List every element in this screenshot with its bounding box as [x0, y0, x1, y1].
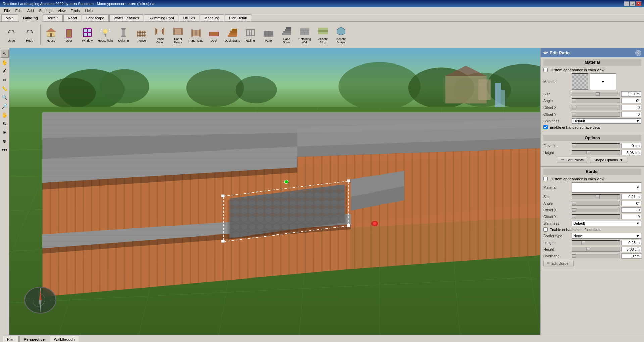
left-tool-pan[interactable]: 🖐	[1, 111, 9, 119]
border-angle-thumb[interactable]	[572, 202, 576, 205]
tab-terrain[interactable]: Terrain	[43, 14, 63, 21]
left-tool-move[interactable]: ✋	[1, 58, 9, 67]
tab-water-features[interactable]: Water Features	[109, 14, 143, 21]
left-tool-more[interactable]: •••	[1, 146, 9, 154]
material-preview[interactable]	[572, 73, 588, 90]
bottom-tab-perspective[interactable]: Perspective	[19, 336, 49, 342]
angle-value: 0°	[621, 98, 641, 103]
enhanced-surface-checkbox[interactable]	[543, 125, 548, 129]
tool-btn-redo[interactable]: Redo	[21, 23, 38, 46]
menu-item-tools[interactable]: Tools	[68, 8, 83, 13]
border-length-thumb[interactable]	[581, 241, 585, 244]
border-overhang-thumb[interactable]	[572, 254, 576, 258]
tool-btn-house[interactable]: House	[42, 23, 60, 46]
offset-y-thumb[interactable]	[572, 113, 576, 116]
menu-item-file[interactable]: File	[1, 8, 13, 13]
tool-btn-railing[interactable]: Railing	[242, 23, 259, 46]
border-material-dropdown[interactable]: ▼	[572, 182, 641, 193]
border-height-slider[interactable]	[572, 247, 620, 252]
shininess-dropdown[interactable]: Default ▼	[572, 118, 641, 124]
left-tool-grid[interactable]: ⊞	[1, 128, 9, 136]
menu-item-edit[interactable]: Edit	[13, 8, 24, 13]
tool-btn-panel-gate[interactable]: Panel Gate	[187, 23, 205, 46]
minimize-button[interactable]: ─	[624, 1, 629, 6]
tab-building[interactable]: Building	[19, 15, 42, 22]
left-tool-measure[interactable]: 📏	[1, 85, 9, 93]
material-dropdown[interactable]: ▼	[590, 73, 616, 90]
tool-btn-patio[interactable]: Patio	[260, 23, 277, 46]
border-height-thumb[interactable]	[586, 248, 590, 251]
maximize-button[interactable]: □	[630, 1, 635, 6]
size-slider-thumb[interactable]	[596, 92, 600, 96]
panel-help-button[interactable]: ?	[635, 50, 641, 56]
tool-btn-column[interactable]: Column	[115, 23, 132, 46]
border-offset-x-slider[interactable]	[572, 208, 620, 212]
height-slider[interactable]	[572, 150, 620, 155]
menu-item-add[interactable]: Add	[24, 8, 37, 13]
elevation-thumb[interactable]	[572, 144, 576, 147]
border-custom-checkbox[interactable]	[543, 177, 548, 181]
menu-item-settings[interactable]: Settings	[36, 8, 55, 13]
bottom-tab-walkthrough[interactable]: Walkthrough	[50, 336, 79, 342]
angle-slider-thumb[interactable]	[572, 99, 576, 102]
left-tool-path[interactable]: ✏	[1, 76, 9, 84]
height-thumb[interactable]	[586, 151, 590, 154]
offset-x-slider[interactable]	[572, 105, 620, 110]
tool-btn-accent-shape[interactable]: Accent Shape	[332, 23, 350, 46]
tool-btn-undo[interactable]: Undo	[3, 23, 20, 46]
border-offset-y-slider[interactable]	[572, 214, 620, 219]
left-tool-select[interactable]: ↖	[1, 50, 9, 58]
border-overhang-slider[interactable]	[572, 254, 620, 258]
tool-btn-house-light[interactable]: House light	[97, 23, 114, 46]
tab-road[interactable]: Road	[63, 14, 81, 21]
border-type-dropdown[interactable]: None ▼	[572, 233, 641, 239]
tool-btn-window[interactable]: Window	[79, 23, 96, 46]
tab-main[interactable]: Main	[1, 14, 18, 21]
left-tool-paint[interactable]: 🖊	[1, 67, 9, 75]
edit-points-button[interactable]: ✏ Edit Points	[558, 157, 587, 163]
menu-item-help[interactable]: Help	[82, 8, 95, 13]
elevation-slider[interactable]	[572, 143, 620, 148]
border-enhanced-checkbox[interactable]	[543, 227, 548, 232]
left-tool-rotate[interactable]: ↻	[1, 120, 9, 128]
menu-item-view[interactable]: View	[55, 8, 68, 13]
border-size-thumb[interactable]	[596, 195, 600, 198]
shininess-chevron: ▼	[636, 119, 640, 123]
tab-swimming-pool[interactable]: Swimming Pool	[144, 14, 178, 21]
viewport[interactable]	[9, 48, 540, 335]
offset-x-thumb[interactable]	[572, 106, 576, 109]
tool-btn-deck-stairs[interactable]: Deck Stairs	[224, 23, 241, 46]
left-tool-zoom-out[interactable]: 🔎	[1, 102, 9, 110]
left-tool-orbit[interactable]: ⊕	[1, 137, 9, 145]
angle-slider[interactable]	[572, 98, 620, 103]
tab-plan-detail[interactable]: Plan Detail	[225, 14, 251, 21]
tab-landscape[interactable]: Landscape	[82, 14, 109, 21]
bottom-tab-plan[interactable]: Plan	[3, 336, 19, 342]
tool-btn-retaining-wall[interactable]: Retaining Wall	[296, 23, 313, 46]
tool-btn-panel-fence[interactable]: Panel Fence	[169, 23, 187, 46]
left-tool-zoom-in[interactable]: 🔍	[1, 93, 9, 101]
border-length-slider[interactable]	[572, 240, 620, 245]
border-offset-y-thumb[interactable]	[572, 215, 576, 218]
tool-btn-deck[interactable]: Deck	[205, 23, 223, 46]
border-offset-x-thumb[interactable]	[572, 208, 576, 212]
shape-options-button[interactable]: Shape Options ▼	[590, 157, 627, 163]
tool-btn-fence-gate[interactable]: Fence Gate	[151, 23, 168, 46]
edit-border-button[interactable]: ✏ Edit Border	[543, 260, 574, 266]
tab-modeling[interactable]: Modeling	[200, 14, 224, 21]
tool-btn-fence[interactable]: Fence	[133, 23, 150, 46]
custom-appearance-checkbox[interactable]	[543, 68, 548, 72]
border-shininess-dropdown[interactable]: Default ▼	[572, 221, 641, 226]
tool-btn-accent-strip[interactable]: Accent Strip	[314, 23, 332, 46]
border-angle-slider[interactable]	[572, 201, 620, 206]
edit-points-row: ✏ Edit Points Shape Options ▼	[543, 157, 641, 163]
tool-btn-door[interactable]: Door	[60, 23, 78, 46]
offset-y-slider[interactable]	[572, 112, 620, 117]
close-button[interactable]: ✕	[636, 1, 641, 6]
redo-icon	[23, 27, 36, 39]
tab-utilities[interactable]: Utilities	[179, 14, 199, 21]
border-custom-label: Custom appearance in each view	[550, 177, 604, 181]
tool-btn-patio-stairs[interactable]: Patio Stairs	[278, 23, 295, 46]
size-slider[interactable]	[572, 92, 620, 96]
border-size-slider[interactable]	[572, 194, 620, 199]
